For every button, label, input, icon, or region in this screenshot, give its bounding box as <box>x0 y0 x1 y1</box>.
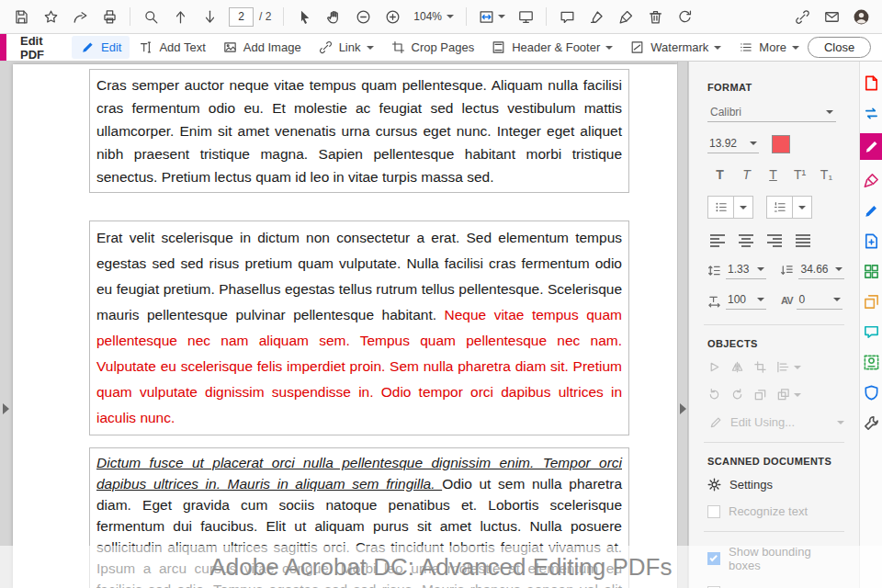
crop-pages-button[interactable]: Crop Pages <box>382 36 483 59</box>
link-button[interactable]: Link <box>310 36 382 59</box>
underline-button[interactable]: T <box>761 165 786 184</box>
more-tools-icon[interactable] <box>861 413 881 433</box>
left-pane-toggle[interactable] <box>3 403 9 414</box>
chevron-down-icon <box>447 15 454 18</box>
email-icon[interactable] <box>818 4 845 29</box>
edit-pdf-toolbar: Edit PDF Edit Add Text Add Image Link Cr… <box>0 34 882 62</box>
zoom-out-icon[interactable] <box>349 4 377 29</box>
chevron-down-icon <box>794 366 801 369</box>
font-color-swatch[interactable] <box>772 135 790 153</box>
right-panel-collapse-toggle[interactable] <box>680 403 686 414</box>
edit-using-select: Edit Using... <box>709 415 844 429</box>
tool-label: Header & Footer <box>512 40 600 54</box>
request-signatures-icon[interactable] <box>861 170 881 190</box>
edit-tool-button[interactable]: Edit <box>72 36 130 59</box>
chevron-down-icon <box>714 46 721 50</box>
chevron-down-icon <box>794 393 801 397</box>
share-icon[interactable] <box>66 4 94 29</box>
share-link-icon[interactable] <box>788 4 816 29</box>
superscript-button[interactable]: T¹ <box>787 165 812 184</box>
align-justify-button[interactable] <box>793 231 813 247</box>
bulleted-list-dropdown[interactable] <box>733 197 752 218</box>
create-pdf-icon[interactable] <box>861 73 881 93</box>
hand-tool-icon[interactable] <box>320 4 347 29</box>
print-icon[interactable] <box>96 4 123 29</box>
combine-files-icon[interactable] <box>861 291 881 311</box>
zoom-in-icon[interactable] <box>379 4 406 29</box>
subscript-button[interactable]: T₁ <box>814 165 839 184</box>
chevron-down-icon <box>835 267 842 271</box>
numbered-list-button[interactable] <box>767 197 792 218</box>
chevron-down-icon <box>837 421 844 424</box>
text-block-3[interactable]: Dictum fusce ut placerat orci nulla pell… <box>89 447 629 588</box>
certificates-icon[interactable] <box>861 352 881 372</box>
paragraph-spacing-value: 34.66 <box>800 263 828 276</box>
flip-horizontal-icon <box>730 360 744 374</box>
flip-vertical-icon <box>707 360 721 374</box>
settings-button[interactable]: Settings <box>707 478 844 492</box>
italic-button[interactable]: T <box>734 165 759 184</box>
toolbar-separator <box>130 7 130 26</box>
text-block-1[interactable]: Cras semper auctor neque vitae tempus qu… <box>89 69 629 193</box>
delete-icon[interactable] <box>641 4 669 29</box>
kerning-icon: AV <box>781 295 792 306</box>
add-text-button[interactable]: Add Text <box>130 36 213 59</box>
page-number-input[interactable] <box>229 7 254 27</box>
page-total-label: / 2 <box>259 10 271 23</box>
format-header: FORMAT <box>707 82 844 93</box>
edit-pdf-title: Edit PDF <box>20 34 44 62</box>
select-tool-icon[interactable] <box>290 4 318 29</box>
align-center-button[interactable] <box>736 231 756 247</box>
document-area: Cras semper auctor neque vitae tempus qu… <box>0 62 677 588</box>
header-footer-button[interactable]: Header & Footer <box>482 36 621 59</box>
tool-label: Add Image <box>243 40 301 54</box>
sign-icon[interactable] <box>612 4 639 29</box>
close-button[interactable]: Close <box>808 37 871 58</box>
search-icon[interactable] <box>137 4 164 29</box>
next-page-icon[interactable] <box>196 4 223 29</box>
highlight-icon[interactable] <box>582 4 610 29</box>
add-document-icon[interactable] <box>861 231 881 251</box>
align-left-button[interactable] <box>707 231 728 247</box>
edit-pdf-active-tool[interactable] <box>860 133 882 160</box>
checkbox-box-checked <box>707 552 720 565</box>
zoom-level-select[interactable]: 104% <box>408 7 459 26</box>
character-spacing-select[interactable]: 0 <box>797 291 842 310</box>
save-icon[interactable] <box>7 4 35 29</box>
tool-label: More <box>759 40 786 54</box>
redo-icon[interactable] <box>671 4 698 29</box>
comment-tool-icon[interactable] <box>861 322 881 342</box>
paragraph-spacing-select[interactable]: 34.66 <box>798 261 844 279</box>
export-pdf-icon[interactable] <box>861 103 881 123</box>
bold-button[interactable]: T <box>707 165 732 184</box>
display-settings-icon[interactable] <box>512 4 539 29</box>
align-right-button[interactable] <box>764 231 785 247</box>
watermark-button[interactable]: Watermark <box>621 36 729 59</box>
account-avatar[interactable] <box>847 4 875 29</box>
organize-pages-icon[interactable] <box>861 261 881 281</box>
text-block-2[interactable]: Erat velit scelerisque in dictum non con… <box>89 220 629 435</box>
tool-label: Crop Pages <box>412 40 475 54</box>
tool-label: Edit <box>101 40 121 54</box>
show-bounding-boxes-checkbox[interactable]: Show bounding boxes <box>707 545 844 572</box>
top-toolbar: / 2 104% <box>0 0 882 34</box>
previous-page-icon[interactable] <box>166 4 194 29</box>
numbered-list-dropdown[interactable] <box>792 197 811 218</box>
font-family-select[interactable]: Calibri <box>707 104 836 122</box>
bulleted-list-button[interactable] <box>708 197 733 218</box>
star-icon[interactable] <box>37 4 64 29</box>
right-panel: FORMAT Calibri 13.92 T T T T¹ T₁ <box>688 62 859 588</box>
more-button[interactable]: More <box>729 36 808 59</box>
toolbar-separator <box>546 7 547 26</box>
font-size-select[interactable]: 13.92 <box>707 135 759 153</box>
bulleted-list-group <box>707 196 753 219</box>
protect-icon[interactable] <box>861 382 881 402</box>
chevron-down-icon <box>833 298 841 301</box>
comment-icon[interactable] <box>553 4 581 29</box>
pdf-page[interactable]: Cras semper auctor neque vitae tempus qu… <box>13 64 677 588</box>
horizontal-scale-select[interactable]: 100 <box>726 291 766 310</box>
line-spacing-select[interactable]: 1.33 <box>726 261 766 279</box>
fill-and-sign-icon[interactable] <box>861 200 881 220</box>
fit-width-select[interactable] <box>473 4 510 29</box>
add-image-button[interactable]: Add Image <box>214 36 310 59</box>
